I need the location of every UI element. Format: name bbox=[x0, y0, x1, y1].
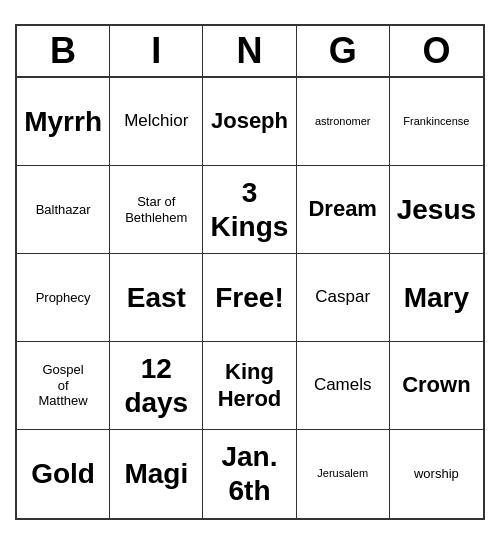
bingo-cell-22: Jan. 6th bbox=[203, 430, 296, 518]
bingo-cell-20: Gold bbox=[17, 430, 110, 518]
bingo-header: BINGO bbox=[17, 26, 483, 78]
bingo-cell-5: Balthazar bbox=[17, 166, 110, 254]
bingo-cell-13: Caspar bbox=[297, 254, 390, 342]
bingo-cell-11: East bbox=[110, 254, 203, 342]
header-letter-i: I bbox=[110, 26, 203, 76]
bingo-cell-18: Camels bbox=[297, 342, 390, 430]
bingo-grid: MyrrhMelchiorJosephastronomerFrankincens… bbox=[17, 78, 483, 518]
bingo-cell-9: Jesus bbox=[390, 166, 483, 254]
bingo-cell-2: Joseph bbox=[203, 78, 296, 166]
bingo-cell-4: Frankincense bbox=[390, 78, 483, 166]
header-letter-n: N bbox=[203, 26, 296, 76]
bingo-cell-15: Gospel of Matthew bbox=[17, 342, 110, 430]
header-letter-b: B bbox=[17, 26, 110, 76]
bingo-cell-6: Star of Bethlehem bbox=[110, 166, 203, 254]
bingo-cell-16: 12 days bbox=[110, 342, 203, 430]
header-letter-g: G bbox=[297, 26, 390, 76]
bingo-cell-21: Magi bbox=[110, 430, 203, 518]
bingo-cell-17: King Herod bbox=[203, 342, 296, 430]
bingo-cell-7: 3 Kings bbox=[203, 166, 296, 254]
bingo-cell-0: Myrrh bbox=[17, 78, 110, 166]
bingo-cell-14: Mary bbox=[390, 254, 483, 342]
bingo-cell-10: Prophecy bbox=[17, 254, 110, 342]
bingo-cell-12: Free! bbox=[203, 254, 296, 342]
bingo-cell-23: Jerusalem bbox=[297, 430, 390, 518]
bingo-cell-1: Melchior bbox=[110, 78, 203, 166]
bingo-cell-19: Crown bbox=[390, 342, 483, 430]
bingo-card: BINGO MyrrhMelchiorJosephastronomerFrank… bbox=[15, 24, 485, 520]
header-letter-o: O bbox=[390, 26, 483, 76]
bingo-cell-3: astronomer bbox=[297, 78, 390, 166]
bingo-cell-8: Dream bbox=[297, 166, 390, 254]
bingo-cell-24: worship bbox=[390, 430, 483, 518]
